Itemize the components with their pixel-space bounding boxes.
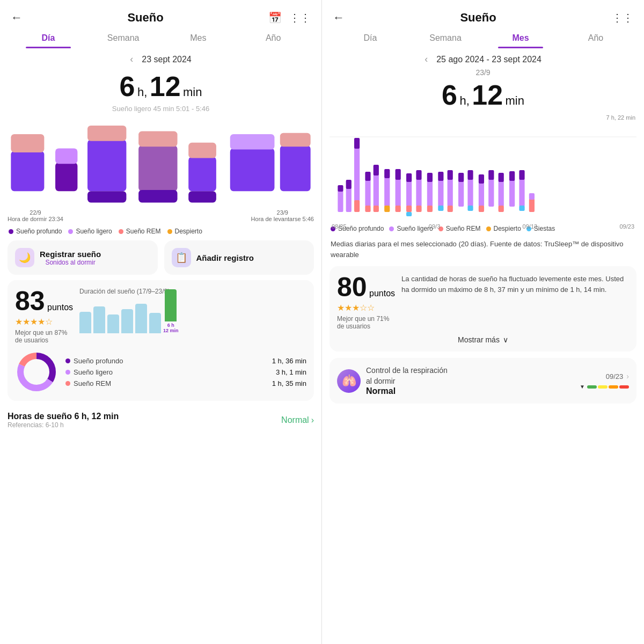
left-date: 23 sept 2024 <box>142 55 192 64</box>
register-sleep-sub: Sonidos al dormir <box>40 259 101 266</box>
svg-rect-54 <box>427 173 433 182</box>
svg-rect-60 <box>448 170 453 180</box>
svg-rect-51 <box>416 170 421 180</box>
label-0913: 09/13 <box>523 223 538 230</box>
deep-val: 1 h, 36 min <box>272 357 306 365</box>
light-sleep-row: Sueño ligero 3 h, 1 min <box>65 368 306 376</box>
breathing-icon: 🫁 <box>337 369 361 393</box>
right-menu-icon[interactable]: ⋮⋮ <box>612 11 633 24</box>
label-0825: 08/25 <box>332 223 347 230</box>
right-tabs: Día Semana Mes Año <box>322 29 644 48</box>
tab-dia-right[interactable]: Día <box>333 29 408 48</box>
svg-rect-79 <box>519 206 524 211</box>
sleep-chart-left <box>5 117 316 208</box>
svg-rect-1 <box>11 151 44 191</box>
svg-rect-68 <box>479 174 484 184</box>
svg-rect-36 <box>365 206 370 212</box>
chart-label-right: 23/9 Hora de levantarse 5:46 <box>251 209 314 222</box>
prev-date-arrow[interactable]: ‹ <box>130 54 133 65</box>
svg-rect-55 <box>427 206 433 212</box>
score-number: 83 puntos <box>15 288 73 314</box>
menu-icon[interactable]: ⋮⋮ <box>289 11 311 24</box>
svg-rect-37 <box>374 174 379 207</box>
normal-chevron: › <box>311 415 314 425</box>
svg-rect-76 <box>509 171 515 181</box>
register-sleep-icon: 🌙 <box>15 248 34 267</box>
register-sleep-button[interactable]: 🌙 Registrar sueño Sonidos al dormir <box>8 240 158 275</box>
svg-rect-6 <box>87 126 126 141</box>
right-h-unit: h, <box>459 94 469 107</box>
register-sleep-title: Registrar sueño <box>40 250 101 259</box>
score-top: 83 puntos ★★★★☆ Mejor que un 87%de usuar… <box>15 288 306 344</box>
svg-rect-19 <box>280 145 311 191</box>
light-val: 3 h, 1 min <box>276 368 306 376</box>
svg-rect-9 <box>138 145 177 191</box>
tab-dia-left[interactable]: Día <box>11 29 86 48</box>
chart-labels: 22/9 Hora de dormir 23:34 23/9 Hora de l… <box>0 208 321 222</box>
svg-rect-64 <box>467 179 473 207</box>
left-min-unit: min <box>183 85 202 99</box>
label-0923: 09/23 <box>619 223 634 230</box>
svg-rect-46 <box>406 181 412 207</box>
tab-semana-left[interactable]: Semana <box>86 29 161 48</box>
right-title: Sueño <box>460 11 496 25</box>
legend-light-label: Sueño ligero <box>76 228 112 235</box>
svg-rect-78 <box>519 170 524 180</box>
svg-rect-17 <box>230 148 275 191</box>
label-0903: 09/3 <box>429 223 440 230</box>
svg-rect-41 <box>384 169 390 178</box>
svg-rect-35 <box>365 172 370 181</box>
calendar-icon[interactable]: 📅 <box>268 11 282 24</box>
left-header-icons: 📅 ⋮⋮ <box>268 11 311 24</box>
svg-rect-70 <box>488 179 494 207</box>
hours-footer: Horas de sueño 6 h, 12 min Referencias: … <box>0 406 321 432</box>
svg-rect-47 <box>406 173 412 182</box>
svg-rect-45 <box>396 206 401 212</box>
rem-val: 1 h, 35 min <box>272 379 306 387</box>
chart-top-label: 7 h, 22 min <box>330 114 636 121</box>
tab-ano-left[interactable]: Año <box>236 29 311 48</box>
right-score-sub: Mejor que un 71%de usuarios <box>337 315 395 330</box>
svg-rect-81 <box>529 193 535 200</box>
tab-ano-right[interactable]: Año <box>558 29 633 48</box>
mostrar-mas-button[interactable]: Mostrar más ∨ <box>337 330 629 344</box>
svg-rect-33 <box>354 200 360 212</box>
add-record-icon: 📋 <box>172 248 191 267</box>
svg-rect-62 <box>458 181 464 207</box>
svg-rect-58 <box>438 206 443 211</box>
svg-rect-72 <box>499 181 504 207</box>
score-right: Duración del sueño (17/9–23/9) <box>79 288 306 344</box>
svg-rect-66 <box>467 206 473 211</box>
right-big-time: 6 h, 12 min <box>322 77 644 112</box>
tab-semana-right[interactable]: Semana <box>408 29 483 48</box>
svg-rect-4 <box>55 148 77 164</box>
legend-deep-dot <box>9 229 13 234</box>
legend-rem-dot <box>119 229 123 234</box>
svg-rect-75 <box>509 180 515 207</box>
score-bottom: Sueño profundo 1 h, 36 min Sueño ligero … <box>15 350 306 393</box>
deep-sleep-row: Sueño profundo 1 h, 36 min <box>65 357 306 365</box>
normal-label: Normal <box>281 415 309 425</box>
svg-rect-3 <box>55 163 77 191</box>
add-record-text: Añadir registro <box>196 253 254 262</box>
right-score-desc: La cantidad de horas de sueño ha fluctua… <box>401 274 629 295</box>
right-back-button[interactable]: ← <box>333 11 345 25</box>
right-prev-arrow[interactable]: ‹ <box>425 54 428 65</box>
svg-rect-7 <box>87 191 126 202</box>
svg-rect-27 <box>338 191 343 212</box>
breathing-card[interactable]: 🫁 Control de la respiraciónal dormir Nor… <box>330 358 636 404</box>
svg-rect-48 <box>406 206 412 212</box>
svg-rect-71 <box>488 170 494 180</box>
left-legend: Sueño profundo Sueño ligero Sueño REM De… <box>0 222 321 240</box>
left-back-button[interactable]: ← <box>11 11 23 25</box>
register-sleep-text: Registrar sueño Sonidos al dormir <box>40 250 101 266</box>
tab-mes-right[interactable]: Mes <box>483 29 558 48</box>
tab-mes-left[interactable]: Mes <box>161 29 236 48</box>
svg-rect-44 <box>396 169 401 180</box>
svg-rect-77 <box>519 179 524 207</box>
add-record-button[interactable]: 📋 Añadir registro <box>164 240 314 275</box>
svg-rect-11 <box>138 190 177 202</box>
svg-rect-43 <box>396 179 401 207</box>
svg-rect-18 <box>230 134 275 150</box>
normal-badge[interactable]: Normal › <box>281 415 314 425</box>
